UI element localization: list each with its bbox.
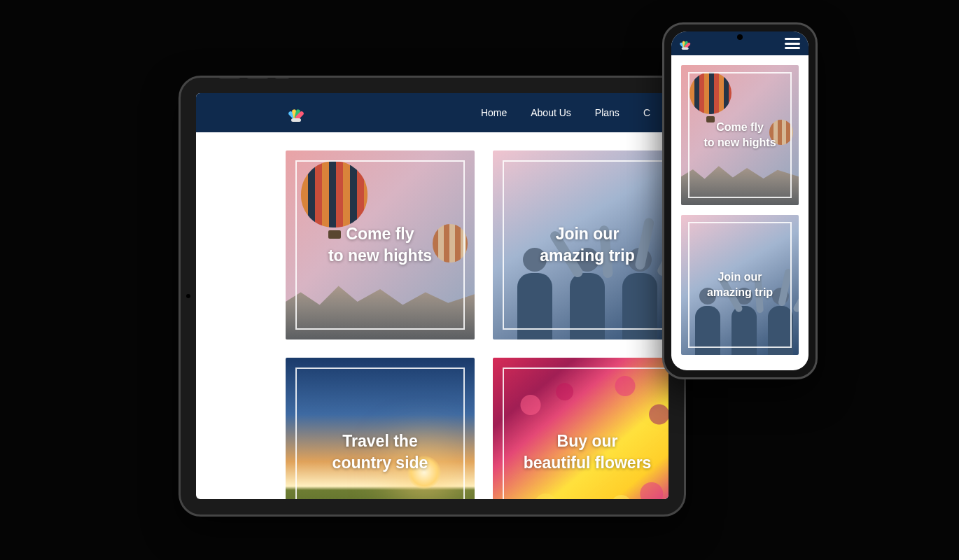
card-title-line: Travel the xyxy=(332,430,428,452)
card-buy-flowers[interactable]: Buy our beautiful flowers xyxy=(493,358,668,499)
main-nav: Home About Us Plans C xyxy=(481,107,650,118)
card-title-line: to new hights xyxy=(704,135,776,150)
card-title-line: Come fly xyxy=(328,223,432,245)
tablet-hw-button xyxy=(247,76,268,79)
card-title-line: Buy our xyxy=(524,430,652,452)
tablet-device-frame: Home About Us Plans C Come fly to new hi… xyxy=(178,76,686,517)
card-title-line: beautiful flowers xyxy=(524,452,652,474)
brand-logo-icon[interactable] xyxy=(680,37,690,50)
tablet-hw-button xyxy=(219,76,240,79)
card-come-fly[interactable]: Come fly to new hights xyxy=(286,150,475,340)
card-title-line: Join our xyxy=(540,223,634,245)
card-title-line: amazing trip xyxy=(707,285,773,300)
tablet-screen: Home About Us Plans C Come fly to new hi… xyxy=(196,93,668,499)
phone-screen: Come fly to new hights Join our amazing … xyxy=(671,31,808,370)
card-title-line: Come fly xyxy=(704,120,776,135)
nav-link-contact[interactable]: C xyxy=(643,107,650,118)
site-header: Home About Us Plans C xyxy=(196,93,668,132)
card-join-trip[interactable]: Join our amazing trip xyxy=(493,150,668,340)
tablet-hw-button xyxy=(275,76,289,79)
card-title-line: Join our xyxy=(707,270,773,285)
mobile-site-header xyxy=(671,31,808,55)
card-come-fly[interactable]: Come fly to new hights xyxy=(681,65,799,205)
card-title-line: country side xyxy=(332,452,428,474)
nav-link-home[interactable]: Home xyxy=(481,107,507,118)
card-travel-country[interactable]: Travel the country side xyxy=(286,358,475,499)
card-title-line: to new hights xyxy=(328,245,432,267)
cards-grid: Come fly to new hights Join our amazing … xyxy=(196,132,668,499)
card-title-line: amazing trip xyxy=(540,245,634,267)
phone-device-frame: Come fly to new hights Join our amazing … xyxy=(662,22,818,379)
tablet-hw-button xyxy=(178,186,181,214)
phone-camera xyxy=(737,34,743,40)
nav-link-about[interactable]: About Us xyxy=(531,107,571,118)
hamburger-menu-icon[interactable] xyxy=(785,38,800,49)
nav-link-plans[interactable]: Plans xyxy=(595,107,620,118)
mobile-cards-list: Come fly to new hights Join our amazing … xyxy=(671,55,808,355)
card-join-trip[interactable]: Join our amazing trip xyxy=(681,215,799,355)
tablet-camera xyxy=(186,294,190,298)
brand-logo-icon[interactable] xyxy=(288,104,304,122)
